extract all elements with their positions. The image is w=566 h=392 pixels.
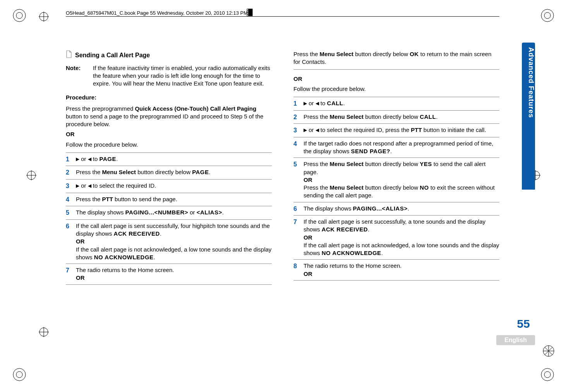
nav-left-icon: ◀ (88, 156, 91, 162)
or-separator: OR (304, 234, 499, 241)
svg-point-18 (541, 368, 554, 381)
step-num: 6 (66, 222, 76, 231)
svg-point-27 (247, 10, 248, 11)
t: . (209, 169, 211, 175)
or-separator: OR (304, 176, 499, 184)
step-num: 2 (293, 113, 304, 122)
regmark-extra-br (542, 344, 555, 359)
step-body: ▶ or ◀ to select the required ID, press … (304, 126, 499, 134)
t: . (390, 148, 392, 154)
svg-point-28 (247, 12, 248, 13)
step-num: 4 (66, 195, 76, 204)
lcd-text: CALL (420, 113, 436, 120)
left-column: Sending a Call Alert Page Note: If the f… (66, 50, 272, 288)
t: . (116, 156, 118, 162)
note-block: Note: If the feature inactivity timer is… (66, 64, 272, 88)
step-2: 2 Press the Menu Select button directly … (66, 166, 272, 179)
t: . (368, 226, 369, 233)
lcd-text: PAGE (99, 156, 116, 162)
step-num: 6 (293, 205, 304, 213)
intro-paragraph: Press the preprogrammed Quick Access (On… (66, 105, 272, 128)
t: button to send the page. (113, 196, 177, 202)
r-step-7: 7 If the call alert page is sent success… (293, 215, 499, 259)
t: Menu Select (330, 161, 364, 167)
t: button directly below (364, 161, 420, 167)
side-tab-title: Advanced Features (522, 43, 535, 118)
step-body: The display shows PAGING...<NUMBER> or <… (76, 209, 272, 216)
t: or (79, 156, 88, 162)
r-step-8: 8 The radio returns to the Home screen. … (293, 259, 499, 281)
t: . (436, 113, 437, 120)
step-4: 4 Press the PTT button to send the page. (66, 193, 272, 206)
step-body: If the target radio does not respond aft… (304, 140, 499, 156)
step-body: Press the Menu Select button directly be… (304, 113, 499, 121)
svg-point-17 (16, 371, 22, 378)
intro2: Follow the procedure below. (66, 141, 272, 149)
lcd-text: NO ACKNOWLEDGE (94, 254, 154, 260)
lcd-text: YES (420, 161, 432, 167)
step-body: The radio returns to the Home screen. OR (304, 262, 499, 278)
procedure-label: Procedure: (66, 94, 272, 101)
t: Press the (293, 51, 320, 57)
regmark-corner-br (540, 367, 555, 384)
language-tab: English (496, 335, 535, 345)
t: Press the (304, 113, 330, 120)
t: The display shows (76, 209, 125, 216)
svg-point-29 (247, 14, 248, 15)
step-body: If the call alert page is sent successfu… (304, 218, 499, 257)
r-step-3: 3 ▶ or ◀ to select the required ID, pres… (293, 123, 499, 137)
t: . (160, 230, 161, 237)
t: PTT (102, 196, 113, 202)
step-body: ▶ or ◀ to CALL. (304, 99, 499, 107)
t: Press the (76, 196, 102, 202)
step-num: 5 (66, 209, 76, 217)
book-binder-icon (246, 9, 254, 16)
step-body: ▶ or ◀ to select the required ID. (76, 182, 272, 190)
t: . (381, 250, 383, 256)
step-num: 7 (66, 266, 76, 275)
t: If the call alert page is sent successfu… (76, 223, 270, 237)
t: to (319, 100, 327, 106)
section-heading-text: Sending a Call Alert Page (75, 51, 150, 60)
side-tab: Advanced Features (522, 43, 535, 244)
t: . (154, 254, 155, 260)
regmark-corner-tl (12, 8, 27, 25)
step-body: The display shows PAGING...<ALIAS>. (304, 205, 499, 212)
t: button directly below (364, 184, 420, 191)
regmark-corner-bl (12, 367, 27, 384)
header-rule (66, 16, 499, 17)
t: If the target radio does not respond aft… (304, 140, 493, 154)
t: . (343, 100, 345, 106)
svg-point-16 (13, 368, 26, 381)
svg-point-19 (544, 371, 551, 378)
step-body: If the call alert page is sent successfu… (76, 222, 272, 261)
r-step-2: 2 Press the Menu Select button directly … (293, 110, 499, 124)
nav-left-icon: ◀ (316, 127, 319, 133)
step-num: 1 (293, 99, 304, 108)
intro1c: button to send a page to the preprogramm… (66, 113, 263, 127)
lcd-text: PAGE (192, 169, 209, 175)
step-num: 5 (293, 160, 304, 169)
t: to select the required ID. (91, 182, 156, 189)
t: to (91, 156, 99, 162)
t: Press the (304, 184, 330, 191)
step-body: Press the Menu Select button directly be… (304, 160, 499, 199)
step-num: 1 (66, 155, 76, 164)
regmark-left-mid (26, 170, 36, 180)
t: Menu Select (330, 184, 364, 191)
nav-right-icon: ▶ (304, 127, 307, 133)
section-heading: Sending a Call Alert Page (66, 50, 272, 60)
t: button directly below (364, 113, 420, 120)
step-num: 8 (293, 262, 304, 270)
t: . (408, 205, 409, 212)
note-label: Note: (66, 64, 93, 88)
lcd-text: <ALIAS> (197, 209, 222, 216)
t: Menu Select (330, 113, 364, 120)
step-body: Press the Menu Select button directly be… (76, 168, 272, 176)
svg-point-12 (13, 9, 26, 22)
lcd-text: NO (420, 184, 429, 191)
t: . (222, 209, 224, 216)
r-step-1: 1 ▶ or ◀ to CALL. (293, 97, 499, 110)
lcd-text: CALL (327, 100, 343, 106)
regmark-bottom-left-inner (39, 327, 49, 337)
